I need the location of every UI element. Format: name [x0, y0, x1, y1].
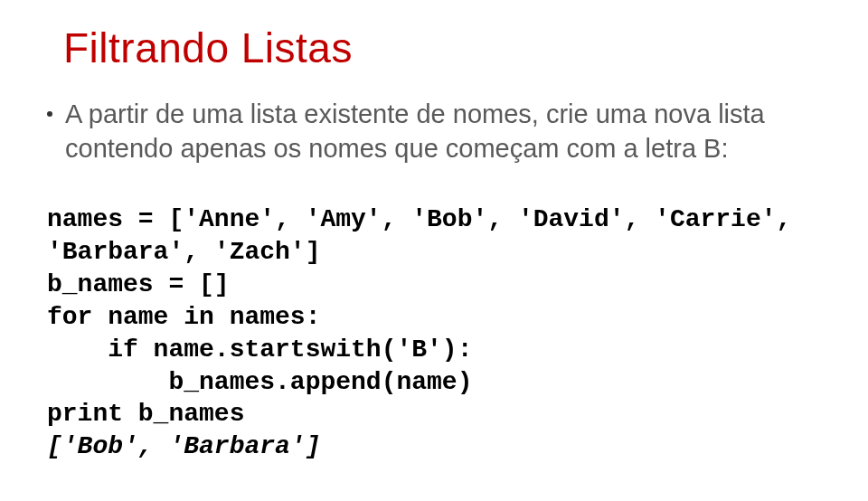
code-line: 'Barbara', 'Zach']	[47, 238, 320, 266]
slide: Filtrando Listas A partir de uma lista e…	[0, 0, 868, 501]
code-line: b_names.append(name)	[47, 368, 472, 396]
slide-title: Filtrando Listas	[63, 24, 823, 72]
code-line: b_names = []	[47, 270, 230, 298]
code-block: names = ['Anne', 'Amy', 'Bob', 'David', …	[47, 203, 823, 430]
code-line: for name in names:	[47, 303, 320, 331]
bullet-text: A partir de uma lista existente de nomes…	[65, 98, 823, 165]
code-output: ['Bob', 'Barbara']	[47, 430, 823, 463]
bullet-dot-icon	[47, 111, 52, 117]
code-line: print b_names	[47, 400, 244, 428]
bullet-item: A partir de uma lista existente de nomes…	[47, 98, 823, 165]
code-line: names = ['Anne', 'Amy', 'Bob', 'David', …	[47, 205, 791, 233]
code-line: if name.startswith('B'):	[47, 336, 472, 364]
